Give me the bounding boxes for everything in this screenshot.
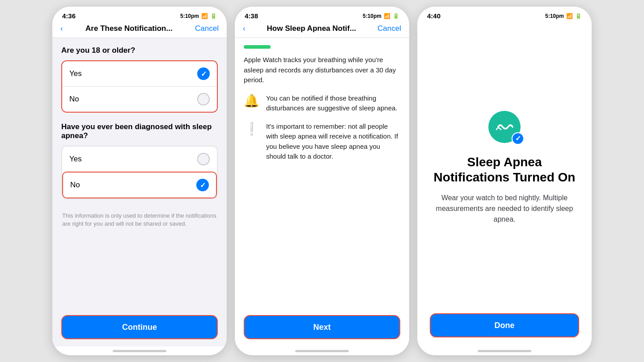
q1-options-group: Yes No [61, 60, 218, 113]
info-block-2: 🔔 You can be notified if those breathing… [244, 93, 400, 114]
wifi-icon-2: 📶 [384, 13, 390, 19]
info-card: Apple Watch tracks your breathing while … [244, 55, 400, 185]
disclaimer-text: This information is only used to determi… [61, 212, 218, 228]
nav-bar-1: ‹ Are These Notification... Cancel [52, 21, 227, 38]
q2-label: Have you ever been diagnosed with sleep … [61, 122, 218, 140]
q1-no-label: No [69, 95, 79, 104]
q2-yes-row[interactable]: Yes [62, 147, 217, 172]
q1-yes-radio[interactable] [197, 67, 210, 80]
home-bar-1 [113, 350, 166, 352]
info-block-1-text: Apple Watch tracks your breathing while … [244, 55, 400, 85]
success-title: Sleep Apnea Notifications Turned On [430, 155, 579, 185]
phone-screen-1: 4:36 5:10pm 📶 🔋 ‹ Are These Notification… [52, 7, 227, 355]
q2-no-radio[interactable] [196, 179, 209, 191]
status-right-3: 5:10pm [545, 13, 564, 19]
phone-screen-3: 4:40 5:10pm 📶 🔋 ✓ Sleep Apnea Notificati… [417, 7, 592, 355]
next-button[interactable]: Next [244, 315, 400, 339]
q1-label: Are you 18 or older? [61, 46, 218, 55]
q2-no-row[interactable]: No [62, 172, 217, 198]
q2-options-group: Yes No [61, 146, 218, 199]
success-screen: ✓ Sleep Apnea Notifications Turned On We… [417, 21, 592, 346]
battery-icon-3: 🔋 [575, 13, 582, 19]
continue-button[interactable]: Continue [61, 315, 218, 339]
time-3: 4:40 [427, 12, 441, 20]
status-right-2: 5:10pm [363, 13, 381, 19]
nav-title-1: Are These Notification... [67, 24, 191, 33]
cancel-button-2[interactable]: Cancel [377, 24, 401, 33]
home-indicator-3 [417, 346, 592, 355]
q1-no-row[interactable]: No [62, 86, 217, 112]
done-button[interactable]: Done [430, 313, 579, 337]
status-right-1: 5:10pm [180, 13, 199, 19]
info-block-3: ❕ It's important to remember: not all pe… [244, 122, 400, 162]
time-2: 4:38 [245, 12, 258, 20]
nav-title-2: How Sleep Apnea Notif... [249, 24, 374, 33]
info-block-3-text: It's important to remember: not all peop… [266, 122, 400, 162]
info-block-2-text: You can be notified if those breathing d… [266, 93, 400, 114]
battery-icon-2: 🔋 [393, 13, 399, 19]
home-indicator-1 [52, 346, 227, 355]
wifi-icon: 📶 [201, 13, 208, 19]
checkmark-badge: ✓ [512, 132, 524, 145]
status-bar-3: 4:40 5:10pm 📶 🔋 [417, 7, 592, 21]
success-icon-container: ✓ [488, 111, 521, 143]
wifi-icon-3: 📶 [566, 13, 573, 19]
screen1-content: Are you 18 or older? Yes No Have you eve… [52, 38, 227, 346]
bell-icon: 🔔 [244, 93, 260, 108]
status-icons-2: 5:10pm 📶 🔋 [363, 13, 399, 19]
phone-screen-2: 4:38 5:10pm 📶 🔋 ‹ How Sleep Apnea Notif.… [235, 7, 409, 355]
cancel-button-1[interactable]: Cancel [195, 24, 219, 33]
q2-no-label: No [70, 181, 80, 189]
home-bar-3 [478, 350, 531, 352]
q1-no-radio[interactable] [197, 93, 210, 105]
home-bar-2 [295, 350, 349, 352]
back-button-2[interactable]: ‹ [243, 24, 246, 33]
q1-yes-row[interactable]: Yes [62, 61, 217, 86]
status-bar-2: 4:38 5:10pm 📶 🔋 [235, 7, 409, 21]
teal-progress-bar [244, 45, 271, 49]
q2-yes-radio[interactable] [197, 153, 210, 165]
home-indicator-2 [235, 346, 409, 355]
q2-yes-label: Yes [69, 155, 82, 164]
back-button-1[interactable]: ‹ [60, 24, 63, 33]
status-bar-1: 4:36 5:10pm 📶 🔋 [52, 7, 227, 21]
time-1: 4:36 [62, 12, 76, 20]
nav-bar-2: ‹ How Sleep Apnea Notif... Cancel [235, 21, 409, 38]
battery-icon: 🔋 [210, 13, 217, 19]
success-subtitle: Wear your watch to bed nightly. Multiple… [430, 193, 579, 225]
status-icons-1: 5:10pm 📶 🔋 [180, 13, 217, 19]
status-icons-3: 5:10pm 📶 🔋 [545, 13, 582, 19]
exclamation-icon: ❕ [244, 122, 260, 136]
screen2-content: Apple Watch tracks your breathing while … [235, 38, 409, 346]
q1-yes-label: Yes [69, 69, 82, 78]
info-block-1: Apple Watch tracks your breathing while … [244, 55, 400, 85]
